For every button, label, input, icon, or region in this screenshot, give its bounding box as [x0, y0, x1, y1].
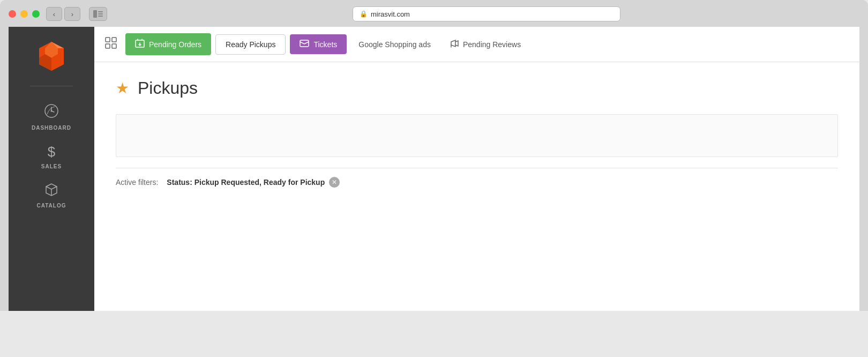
tickets-label: Tickets	[313, 40, 337, 49]
page-title-row: ★ Pickups	[116, 78, 838, 98]
tickets-icon	[300, 40, 309, 49]
filter-tag: Status: Pickup Requested, Ready for Pick…	[167, 177, 340, 188]
svg-rect-12	[106, 38, 110, 42]
google-shopping-button[interactable]: Google Shopping ads	[351, 35, 438, 54]
grid-placeholder	[116, 114, 838, 157]
svg-rect-0	[93, 10, 97, 18]
page-body: ★ Pickups Active filters: Status: Pickup…	[94, 62, 859, 311]
traffic-lights	[9, 10, 40, 18]
favorite-star-icon[interactable]: ★	[116, 79, 129, 97]
ready-pickups-button[interactable]: Ready Pickups	[215, 34, 286, 55]
pending-orders-icon	[135, 39, 145, 50]
pending-orders-button[interactable]: Pending Orders	[125, 33, 211, 55]
filter-remove-button[interactable]: ✕	[329, 177, 340, 188]
sidebar-item-catalog-label: CATALOG	[37, 203, 66, 209]
close-button[interactable]	[9, 10, 16, 18]
svg-rect-17	[300, 40, 309, 47]
sidebar-divider	[30, 86, 73, 86]
pending-reviews-button[interactable]: Pending Reviews	[443, 33, 528, 55]
pending-orders-label: Pending Orders	[149, 40, 201, 49]
page-title: Pickups	[138, 78, 198, 98]
forward-button[interactable]: ›	[64, 7, 80, 21]
svg-point-11	[51, 110, 53, 112]
back-button[interactable]: ‹	[46, 7, 62, 21]
grid-menu-icon[interactable]	[105, 37, 117, 51]
svg-rect-2	[98, 13, 103, 14]
magento-logo	[33, 38, 70, 75]
megaphone-icon	[450, 39, 460, 50]
main-content: Pending Orders Ready Pickups Tickets	[94, 27, 859, 311]
sidebar-item-dashboard[interactable]: DASHBOARD	[9, 97, 94, 137]
pending-reviews-label: Pending Reviews	[463, 40, 521, 49]
sidebar: DASHBOARD $ SALES CATALOG	[9, 27, 94, 311]
sidebar-item-dashboard-label: DASHBOARD	[32, 125, 71, 131]
catalog-icon	[44, 182, 58, 199]
address-bar-container: 🔒 mirasvit.com	[114, 6, 859, 21]
nav-buttons: ‹ ›	[46, 7, 80, 21]
lock-icon: 🔒	[360, 10, 368, 18]
svg-rect-14	[106, 44, 110, 48]
sidebar-toggle-button[interactable]	[89, 7, 107, 21]
sidebar-item-sales-label: SALES	[41, 163, 62, 169]
dashboard-icon	[44, 103, 59, 122]
sidebar-item-catalog[interactable]: CATALOG	[9, 176, 94, 215]
svg-rect-15	[112, 44, 116, 48]
url-text: mirasvit.com	[371, 10, 410, 18]
ready-pickups-label: Ready Pickups	[226, 40, 275, 49]
sales-icon: $	[48, 144, 55, 160]
minimize-button[interactable]	[20, 10, 28, 18]
svg-rect-1	[98, 11, 103, 12]
sidebar-item-sales[interactable]: $ SALES	[9, 137, 94, 176]
toolbar: Pending Orders Ready Pickups Tickets	[94, 27, 859, 62]
tickets-button[interactable]: Tickets	[290, 34, 347, 54]
maximize-button[interactable]	[32, 10, 40, 18]
active-filters-label: Active filters:	[116, 178, 158, 187]
active-filters-row: Active filters: Status: Pickup Requested…	[116, 168, 838, 196]
filter-tag-text: Status: Pickup Requested, Ready for Pick…	[167, 178, 325, 187]
svg-rect-13	[112, 38, 116, 42]
address-bar[interactable]: 🔒 mirasvit.com	[353, 6, 620, 21]
google-shopping-label: Google Shopping ads	[358, 40, 431, 49]
svg-rect-3	[98, 16, 103, 17]
